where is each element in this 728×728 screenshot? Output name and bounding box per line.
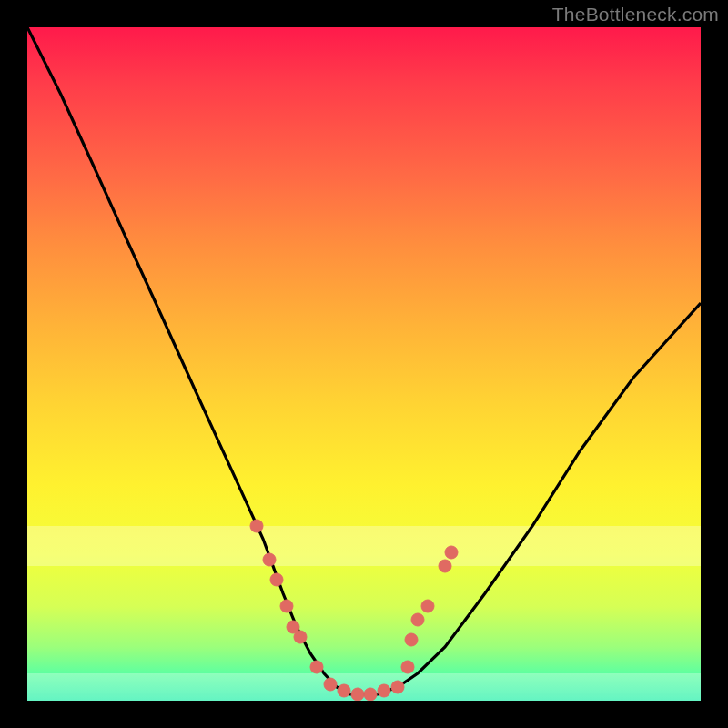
watermark-text: TheBottleneck.com bbox=[552, 4, 719, 25]
marker-group bbox=[250, 520, 458, 701]
marker-dot bbox=[263, 553, 276, 566]
marker-dot bbox=[421, 600, 434, 612]
marker-dot bbox=[324, 678, 337, 691]
bottleneck-curve bbox=[27, 27, 701, 694]
marker-dot bbox=[439, 560, 451, 572]
chart-frame: TheBottleneck.com bbox=[0, 0, 728, 728]
marker-dot bbox=[364, 688, 377, 701]
marker-dot bbox=[338, 684, 350, 697]
curve-layer bbox=[27, 27, 701, 701]
marker-dot bbox=[270, 573, 283, 586]
marker-dot bbox=[280, 600, 293, 612]
marker-dot bbox=[351, 688, 364, 701]
plot-area bbox=[27, 27, 701, 701]
marker-dot bbox=[401, 661, 414, 673]
marker-dot bbox=[405, 633, 418, 646]
marker-dot bbox=[411, 613, 424, 626]
marker-dot bbox=[310, 661, 323, 673]
marker-dot bbox=[391, 681, 404, 693]
marker-dot bbox=[250, 520, 263, 532]
marker-dot bbox=[294, 631, 307, 643]
marker-dot bbox=[378, 684, 390, 697]
marker-dot bbox=[445, 546, 458, 559]
